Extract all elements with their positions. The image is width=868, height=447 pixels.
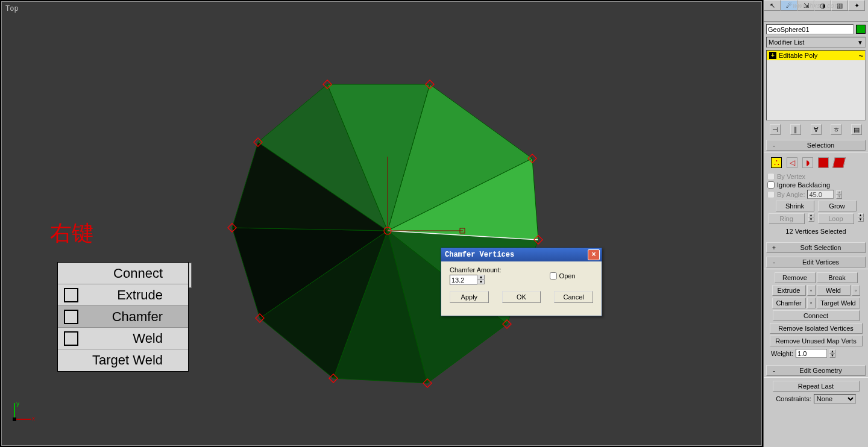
command-panel: ↖ ☄ ⇲ ◑ ▥ ✦ www.hxsd.com Modifier List ▼… (763, 0, 868, 447)
by-angle-input (807, 190, 834, 199)
weight-input[interactable] (796, 349, 827, 358)
context-menu: Connect Extrude Chamfer Weld Target Weld (57, 262, 189, 372)
selection-status: 12 Vertices Selected (767, 228, 864, 235)
remove-isolated-button[interactable]: Remove Isolated Vertices (770, 323, 863, 334)
loop-button: Loop (818, 213, 854, 224)
subobj-border-icon[interactable] (802, 157, 813, 168)
constraints-label: Constraints: (776, 395, 811, 402)
modifier-stack[interactable]: + Editable Poly -∙∙ (766, 50, 866, 120)
modifier-list-dropdown[interactable]: Modifier List ▼ (766, 37, 866, 48)
spinner-down-icon: ▼ (836, 195, 842, 199)
chamfer-button[interactable]: Chamfer (772, 298, 806, 308)
spinner-down-icon[interactable]: ▼ (829, 354, 835, 358)
apply-button[interactable]: Apply (450, 291, 489, 303)
context-item-chamfer[interactable]: Chamfer (58, 306, 188, 328)
ignore-backfacing-checkbox[interactable] (767, 181, 775, 189)
context-item-extrude[interactable]: Extrude (58, 284, 188, 306)
spinner-up-icon[interactable]: ▲ (858, 213, 864, 217)
spinner-down-icon[interactable]: ▼ (808, 217, 814, 222)
axis-x-label: x (32, 415, 35, 422)
ring-button: Ring (769, 213, 805, 224)
chamfer-amount-input[interactable] (450, 275, 477, 285)
context-item-weld[interactable]: Weld (58, 328, 188, 349)
settings-box-icon[interactable] (64, 331, 78, 346)
context-item-connect[interactable]: Connect (58, 263, 188, 284)
ok-button[interactable]: OK (502, 291, 541, 303)
target-weld-button[interactable]: Target Weld (817, 298, 860, 308)
rollout-edit-geometry-header[interactable]: -Edit Geometry (766, 365, 866, 376)
rollout-edit-vertices-header[interactable]: -Edit Vertices (766, 257, 866, 267)
make-unique-icon[interactable]: ∀ (811, 124, 822, 135)
object-name-input[interactable] (766, 24, 854, 34)
settings-box-icon[interactable] (64, 288, 78, 302)
extrude-button[interactable]: Extrude (772, 285, 806, 296)
rollout-selection-header[interactable]: -Selection (766, 140, 866, 151)
viewport-top[interactable]: Top y x (1, 1, 762, 446)
axis-gizmo: y x (14, 403, 38, 427)
spinner-up-icon[interactable]: ▲ (477, 275, 485, 280)
spinner-up-icon: ▲ (836, 190, 842, 195)
connect-button[interactable]: Connect (773, 310, 860, 321)
grow-button[interactable]: Grow (818, 201, 857, 211)
settings-box-icon[interactable] (64, 310, 78, 324)
spinner-down-icon[interactable]: ▼ (477, 280, 485, 284)
tab-create-icon[interactable]: ↖ (764, 0, 781, 11)
stack-item-editable-poly[interactable]: + Editable Poly -∙∙ (767, 51, 865, 60)
watermark: www.hxsd.com (793, 2, 840, 9)
stack-lines-icon: -∙∙ (859, 51, 863, 60)
open-checkbox[interactable] (550, 272, 557, 280)
rollout-soft-selection-header[interactable]: +Soft Selection (766, 242, 866, 253)
close-icon[interactable]: × (588, 249, 600, 260)
expand-icon[interactable]: + (769, 52, 776, 59)
subobj-polygon-icon[interactable] (818, 157, 829, 168)
subobj-vertex-icon[interactable] (771, 157, 782, 168)
remove-button[interactable]: Remove (775, 272, 816, 283)
chamfer-settings-button[interactable]: ▫ (807, 298, 816, 308)
subobj-edge-icon[interactable] (787, 157, 797, 168)
geosphere-mesh[interactable] (225, 71, 550, 396)
subobj-element-icon[interactable] (832, 157, 846, 168)
weld-button[interactable]: Weld (817, 285, 851, 296)
object-color-swatch[interactable] (856, 25, 866, 34)
open-label: Open (559, 272, 576, 280)
spinner-up-icon[interactable]: ▲ (829, 349, 835, 354)
tab-utilities-icon[interactable]: ✦ (848, 0, 865, 11)
dialog-title: Chamfer Vertices (445, 251, 588, 259)
configure-sets-icon[interactable]: ▤ (851, 124, 862, 135)
cancel-button[interactable]: Cancel (554, 291, 593, 303)
spinner-up-icon[interactable]: ▲ (808, 213, 814, 217)
constraints-dropdown[interactable]: None (814, 394, 856, 404)
axis-y-label: y (16, 401, 19, 407)
annotation-right-click: 右键 (50, 219, 93, 248)
remove-modifier-icon[interactable]: ㅎ (831, 124, 841, 135)
pin-stack-icon[interactable]: ⊣ (770, 124, 781, 135)
extrude-settings-button[interactable]: ▫ (807, 285, 816, 296)
shrink-button[interactable]: Shrink (776, 201, 814, 211)
remove-unused-button[interactable]: Remove Unused Map Verts (770, 336, 863, 346)
show-result-icon[interactable]: ∥ (790, 124, 801, 135)
break-button[interactable]: Break (817, 272, 858, 283)
by-angle-checkbox (767, 191, 775, 198)
chamfer-vertices-dialog: Chamfer Vertices × Chamfer Amount: ▲ ▼ (441, 248, 602, 316)
context-item-target-weld[interactable]: Target Weld (58, 349, 188, 371)
chevron-down-icon: ▼ (857, 39, 863, 46)
by-vertex-checkbox (767, 173, 775, 180)
repeat-last-button[interactable]: Repeat Last (773, 381, 860, 392)
spinner-down-icon[interactable]: ▼ (858, 217, 864, 222)
viewport-label: Top (5, 4, 19, 13)
weld-settings-button[interactable]: ▫ (852, 285, 860, 296)
chamfer-amount-label: Chamfer Amount: (450, 266, 502, 274)
weight-label: Weight: (771, 350, 793, 357)
